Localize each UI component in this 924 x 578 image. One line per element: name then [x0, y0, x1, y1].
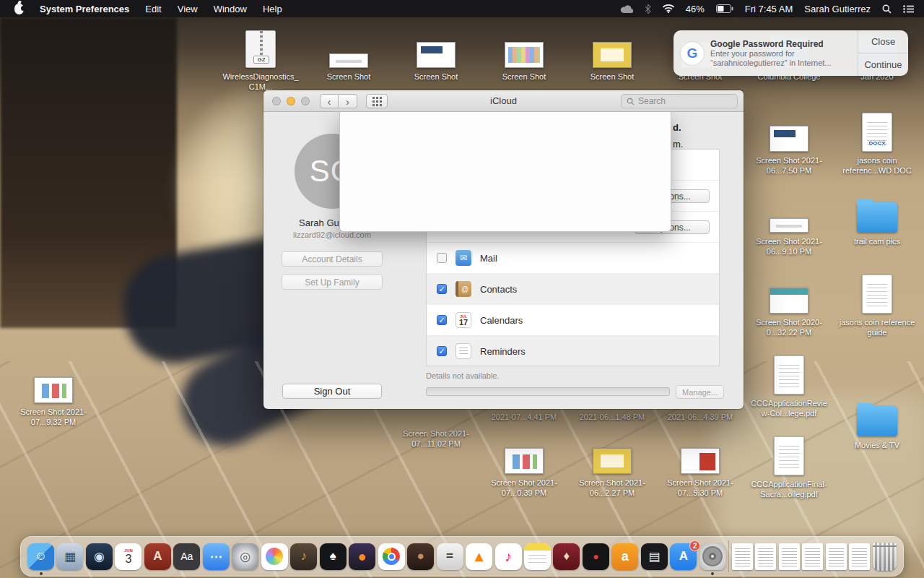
textedit-dock-icon[interactable]: Aa	[173, 543, 200, 570]
menu-user-name[interactable]: Sarah Gutierrez	[804, 4, 871, 14]
mail-checkbox[interactable]	[437, 253, 447, 263]
window-search-field[interactable]	[621, 94, 738, 108]
desktop-icon-screenshot-932pm[interactable]: Screen Shot 2021-07...9.32 PM	[14, 361, 93, 427]
cloud-status-icon[interactable]	[620, 4, 633, 14]
show-all-button[interactable]	[366, 94, 388, 108]
coffee-app-dock-icon[interactable]: ●	[407, 543, 434, 570]
dvd-player-dock-icon[interactable]: ◎	[232, 543, 258, 570]
menu-window[interactable]: Window	[214, 4, 247, 14]
amazon-glyph: a	[622, 549, 629, 564]
set-up-family-button[interactable]: Set Up Family	[282, 275, 383, 290]
desktop-icon-screenshot-750pm[interactable]: Screen Shot 2021-06...7.50 PM	[749, 110, 829, 176]
sign-out-button[interactable]: Sign Out	[282, 384, 382, 399]
desktop-icon-movies-tv[interactable]: Movies & TV	[837, 394, 917, 450]
desktop-icon-screenshot-530pm[interactable]: Screen Shot 2021-07...5.30 PM	[661, 432, 740, 498]
apple-menu-icon[interactable]	[14, 4, 24, 14]
firefox-dock-icon[interactable]: ●	[349, 543, 375, 570]
photos-dock-icon[interactable]	[261, 543, 288, 570]
amazon-dock-icon[interactable]: a	[611, 543, 638, 570]
manage-button[interactable]: Manage...	[676, 385, 724, 399]
notification-continue-button[interactable]: Continue	[858, 53, 908, 76]
dock-document-1[interactable]	[732, 543, 753, 570]
desktop-icon-ccc-application-review[interactable]: CCCApplicationReview-Col...lege.pdf	[749, 353, 829, 418]
desktop-icon-jasons-coin-guide[interactable]: jasons coin reference guide	[837, 272, 917, 337]
service-row-contacts[interactable]: ✓ @ Contacts	[427, 274, 719, 305]
desktop-icon-label: Movies & TV	[837, 440, 917, 450]
notification-close-button[interactable]: Close	[858, 30, 908, 53]
preview-dock-icon[interactable]: ▦	[56, 543, 83, 570]
books-dock-icon[interactable]: ▤	[641, 543, 668, 570]
menu-edit[interactable]: Edit	[145, 4, 161, 14]
desktop-icon-partial-148pm[interactable]: 2021-06...1.48 PM	[572, 410, 652, 422]
steam-dock-icon[interactable]: ◉	[86, 543, 113, 570]
battery-percentage[interactable]: 46%	[686, 4, 705, 14]
desktop-icon-label: Screen Shot 2021-06...2.27 PM	[572, 478, 652, 498]
notes-dock-icon[interactable]	[524, 543, 551, 570]
dock-document-5[interactable]	[826, 543, 847, 570]
desktop-icon-wireless-diagnostics[interactable]: GZ WirelessDiagnostics_C1M...	[221, 26, 300, 92]
garageband-dock-icon[interactable]: ♪	[290, 543, 317, 570]
desktop-icon-screenshot-1[interactable]: Screen Shot	[309, 26, 388, 82]
menu-app-name[interactable]: System Preferences	[40, 4, 129, 14]
screenshot-thumbnail	[770, 288, 808, 314]
service-row-reminders[interactable]: ✓ Reminders	[427, 336, 719, 366]
desktop-icon-ccc-application-final[interactable]: CCCApplicationFinal-Sacra...olleg.pdf	[749, 434, 829, 499]
spotlight-search-icon[interactable]	[882, 4, 892, 14]
dock-document-6[interactable]	[849, 543, 870, 570]
notification-center-icon[interactable]	[903, 5, 914, 13]
google-password-notification[interactable]: G Google Password Required Enter your pa…	[674, 30, 908, 76]
desktop-icon-screenshot-1102pm[interactable]: Screen Shot 2021-07...11.02 PM	[396, 426, 476, 449]
dock-document-3[interactable]	[779, 543, 800, 570]
desktop-icon-screenshot-2[interactable]: Screen Shot	[396, 26, 476, 82]
desktop-icon-label: 2021-06...4.39 PM	[661, 412, 740, 422]
desktop-icon-screenshot-039pm[interactable]: Screen Shot 2021-07...0.39 PM	[484, 432, 564, 498]
desktop-icon-label: jasons coin referenc...WD DOC	[837, 155, 917, 176]
bowling-game-dock-icon[interactable]: ●	[583, 543, 609, 570]
desktop-icon-screenshot-227pm[interactable]: Screen Shot 2021-06...2.27 PM	[572, 432, 652, 498]
dictionary-dock-icon[interactable]: A	[144, 543, 171, 570]
service-row-mail[interactable]: ✉ Mail	[427, 243, 719, 274]
window-titlebar[interactable]: iCloud ‹ ›	[263, 90, 744, 112]
menu-view[interactable]: View	[178, 4, 198, 14]
menu-help[interactable]: Help	[263, 4, 282, 14]
service-row-calendars[interactable]: ✓ JUL17 Calendars	[427, 305, 719, 336]
desktop-icon-screenshot-910pm[interactable]: Screen Shot 2021-06...9.10 PM	[749, 191, 829, 256]
account-details-button[interactable]: Account Details	[282, 251, 383, 267]
vlc-dock-icon[interactable]: ▲	[466, 543, 492, 570]
menu-clock[interactable]: Fri 7:45 AM	[745, 4, 793, 14]
zoom-window-button[interactable]	[301, 97, 310, 105]
contacts-checkbox[interactable]: ✓	[437, 284, 447, 294]
desktop-icon-partial-441pm[interactable]: 2021-07...4.41 PM	[484, 410, 564, 422]
bluetooth-icon[interactable]	[645, 4, 651, 14]
dock-document-2[interactable]	[755, 543, 776, 570]
boardgame-dock-icon[interactable]: ♦	[553, 543, 580, 570]
trash-dock-icon[interactable]	[873, 543, 897, 571]
desktop-icon-screenshot-3222pm[interactable]: Screen Shot 2020-0...32.22 PM	[749, 272, 829, 337]
desktop-icon-screenshot-4[interactable]: Screen Shot	[572, 26, 652, 82]
music-dock-icon[interactable]: ♪	[495, 543, 522, 570]
messages-dock-icon[interactable]: ⋯	[203, 543, 230, 570]
back-button[interactable]: ‹	[320, 94, 339, 108]
finder-dock-icon[interactable]: ☺	[27, 543, 54, 570]
search-input[interactable]	[638, 96, 718, 106]
desktop-icon-partial-439pm[interactable]: 2021-06...4.39 PM	[661, 410, 740, 422]
wifi-icon[interactable]	[663, 4, 674, 13]
desktop-icon-trail-cam-pics[interactable]: trail cam pics	[837, 191, 917, 246]
reminders-checkbox[interactable]: ✓	[437, 346, 447, 356]
garageband-glyph: ♪	[300, 549, 307, 564]
system-preferences-dock-icon[interactable]	[699, 543, 726, 570]
calendar-day: 3	[125, 553, 131, 565]
calculator-dock-icon[interactable]: =	[437, 543, 463, 570]
chrome-dock-icon[interactable]	[378, 543, 405, 570]
app-store-dock-icon[interactable]: A2	[670, 543, 697, 570]
minimize-window-button[interactable]	[287, 97, 295, 105]
solitaire-dock-icon[interactable]: ♠	[320, 543, 346, 570]
desktop-icon-jasons-coin-docx[interactable]: DOCX jasons coin referenc...WD DOC	[837, 110, 917, 176]
desktop-icon-screenshot-3[interactable]: Screen Shot	[484, 26, 564, 82]
calendars-checkbox[interactable]: ✓	[437, 315, 447, 325]
close-window-button[interactable]	[272, 97, 281, 105]
desktop-icon-label: Screen Shot	[309, 72, 388, 82]
dock-document-4[interactable]	[802, 543, 823, 570]
forward-button[interactable]: ›	[339, 94, 357, 108]
calendar-dock-icon[interactable]: JUN3	[115, 543, 141, 570]
